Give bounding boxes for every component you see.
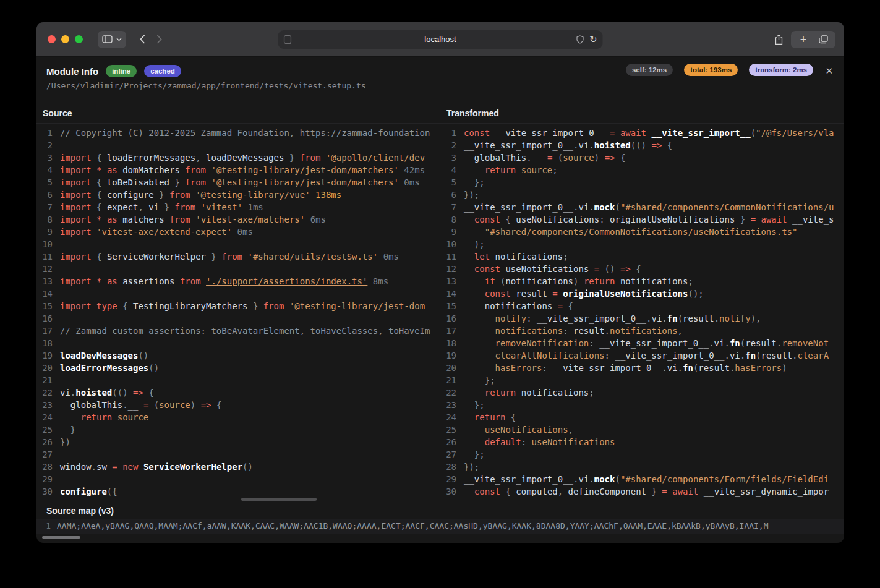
code-line: 2 (36, 139, 440, 151)
code-line: 15import type { TestingLibraryMatchers }… (36, 300, 440, 312)
timing-badge: self: 12ms (626, 64, 673, 76)
line-number: 17 (440, 325, 456, 337)
line-number: 18 (36, 337, 53, 349)
window-minimize-button[interactable] (61, 35, 69, 43)
line-number: 27 (36, 448, 53, 461)
line-number: 12 (36, 263, 53, 275)
code-line: 14 const result = originalUseNotificatio… (440, 288, 844, 300)
reader-icon[interactable] (284, 35, 292, 44)
line-number: 18 (440, 337, 456, 349)
reload-icon: ↻ (589, 35, 597, 44)
module-link[interactable]: './support/assertions/index.ts' (206, 276, 367, 286)
sourcemap-mappings-row: 1AAMA;AAeA,yBAAG,QAAQ,MAAM;AACf,aAAW,KAA… (36, 519, 844, 534)
line-number: 26 (36, 436, 53, 448)
code-line: 24 return source (36, 411, 440, 424)
line-number: 11 (440, 250, 456, 263)
sourcemap-scrollbar[interactable] (42, 536, 80, 539)
page-title: Module Info (46, 66, 98, 77)
code-line: 23 }; (440, 399, 844, 411)
code-line: 7import { expect, vi } from 'vitest' 1ms (36, 201, 440, 213)
line-number: 29 (440, 473, 456, 485)
code-line: 1// Copyright (C) 2012-2025 Zammad Found… (36, 127, 440, 139)
share-icon (774, 34, 784, 45)
code-line: 13import * as assertions from './support… (36, 275, 440, 288)
back-button[interactable] (140, 35, 145, 44)
browser-window: localhost ↻ (36, 22, 844, 543)
window-zoom-button[interactable] (75, 35, 83, 43)
line-number: 20 (440, 362, 456, 374)
line-number: 6 (36, 189, 53, 201)
code-line: 17// Zammad custom assertions: toBeAvata… (36, 325, 440, 337)
code-line: 11import { ServiceWorkerHelper } from '#… (36, 250, 440, 263)
line-number: 22 (36, 386, 53, 399)
toolbar-right: + (774, 31, 835, 48)
line-number: 13 (440, 275, 456, 288)
line-number: 25 (36, 424, 53, 436)
code-line: 6import { configure } from '@testing-lib… (36, 189, 440, 201)
line-number: 11 (36, 250, 53, 263)
code-line: 24 return { (440, 411, 844, 424)
code-line: 2__vite_ssr_import_0__.vi.hoisted(() => … (440, 139, 844, 151)
sidebar-menu-button[interactable] (116, 38, 122, 41)
sidebar-toggle-button[interactable] (102, 35, 113, 43)
line-number: 1 (42, 519, 51, 534)
address-bar[interactable]: localhost ↻ (278, 30, 603, 49)
line-number: 19 (440, 349, 456, 362)
share-button[interactable] (774, 34, 784, 45)
line-number: 5 (36, 176, 53, 189)
code-line: 9 "#shared/components/CommonNotification… (440, 226, 844, 238)
sidebar-control (98, 31, 126, 48)
tab-overview-button[interactable] (813, 31, 833, 48)
reload-button[interactable]: ↻ (589, 35, 597, 44)
line-number: 27 (440, 448, 456, 461)
code-line: 15 notifications = { (440, 300, 844, 312)
code-line: 30 const { computed, defineComponent } =… (440, 485, 844, 498)
module-badges: inlinecached (106, 65, 181, 77)
code-line: 28}); (440, 461, 844, 473)
code-line: 22vi.hoisted(() => { (36, 386, 440, 399)
sourcemap-title: Source map (v3) (36, 501, 844, 519)
code-line: 27 }; (440, 448, 844, 461)
line-number: 15 (36, 300, 53, 312)
line-number: 8 (440, 213, 456, 226)
line-number: 22 (440, 386, 456, 399)
line-number: 7 (36, 201, 53, 213)
code-line: 10 ); (440, 238, 844, 250)
code-line: 28window.sw = new ServiceWorkerHelper() (36, 461, 440, 473)
code-panes: Source 1// Copyright (C) 2012-2025 Zamma… (36, 103, 844, 501)
code-line: 16 notify: __vite_ssr_import_0__.vi.fn(r… (440, 312, 844, 325)
status-badge: cached (144, 65, 181, 77)
window-close-button[interactable] (48, 35, 56, 43)
code-line: 6}); (440, 189, 844, 201)
forward-button[interactable] (156, 35, 162, 44)
sidebar-icon (102, 35, 113, 43)
module-path: /Users/vladimir/Projects/zammad/app/fron… (36, 79, 844, 90)
code-line: 12 const useNotifications = () => { (440, 263, 844, 275)
line-number: 2 (440, 139, 456, 151)
line-number: 1 (36, 127, 53, 139)
code-line: 20 hasErrors: __vite_ssr_import_0__.vi.f… (440, 362, 844, 374)
tab-controls: + (791, 31, 835, 48)
tab-overview-icon (819, 35, 828, 44)
code-line: 4 return source; (440, 164, 844, 176)
line-number: 24 (36, 411, 53, 424)
close-button[interactable]: ✕ (822, 63, 835, 79)
code-line: 9import 'vitest-axe/extend-expect' 0ms (36, 226, 440, 238)
line-number: 21 (36, 374, 53, 386)
line-number: 2 (36, 139, 53, 151)
horizontal-scrollbar[interactable] (241, 498, 317, 501)
line-number: 26 (440, 436, 456, 448)
new-tab-button[interactable]: + (793, 31, 813, 48)
line-number: 3 (36, 151, 53, 164)
line-number: 6 (440, 189, 456, 201)
line-number: 30 (440, 485, 456, 498)
code-line: 10 (36, 238, 440, 250)
code-line: 12 (36, 263, 440, 275)
code-line: 19 clearAllNotifications: __vite_ssr_imp… (440, 349, 844, 362)
line-number: 23 (440, 399, 456, 411)
source-code: 1// Copyright (C) 2012-2025 Zammad Found… (36, 124, 440, 501)
code-line: 25 useNotifications, (440, 424, 844, 436)
privacy-report-icon[interactable] (576, 35, 584, 44)
line-number: 25 (440, 424, 456, 436)
line-number: 24 (440, 411, 456, 424)
